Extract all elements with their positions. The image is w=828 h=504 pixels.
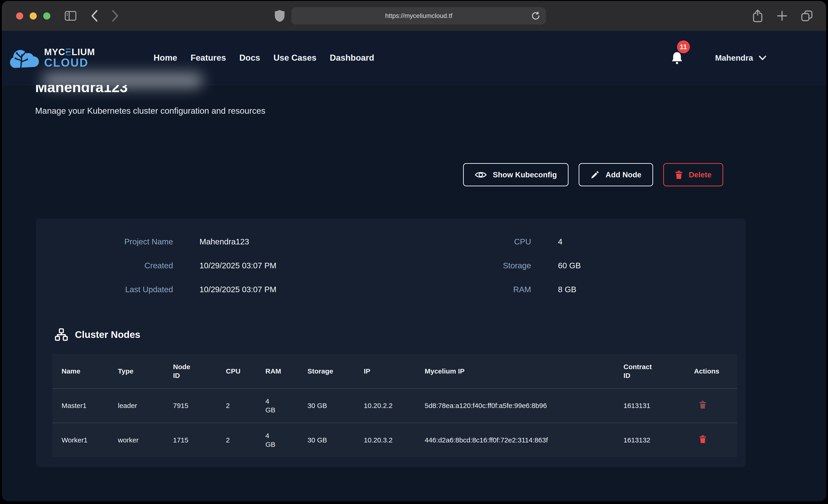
- eye-icon: [475, 171, 487, 179]
- trash-icon: [699, 401, 706, 409]
- info-label: Last Updated: [36, 284, 173, 295]
- url-bar[interactable]: https://myceliumcloud.tf: [291, 7, 546, 25]
- nav-use-cases[interactable]: Use Cases: [274, 53, 317, 63]
- table-header-row: Name Type Node ID CPU RAM Storage IP Myc…: [52, 354, 737, 388]
- info-value: 8 GB: [558, 284, 576, 295]
- delete-node-button[interactable]: [694, 401, 706, 409]
- user-name: Mahendra: [715, 53, 753, 62]
- cell-ram: 4 GB: [256, 388, 298, 423]
- col-cpu: CPU: [217, 354, 256, 388]
- cluster-details-panel: Project Name Mahendra123 Created 10/29/2…: [36, 218, 746, 467]
- cluster-hierarchy-icon: [55, 328, 68, 341]
- info-row-created: Created 10/29/2025 03:07 PM: [36, 260, 390, 271]
- table-row: Master1 leader 7915 2 4 GB 30 GB 10.20.2…: [52, 388, 737, 423]
- col-ip: IP: [355, 354, 415, 388]
- col-mycelium-ip: Mycelium IP: [415, 354, 614, 388]
- show-kubeconfig-label: Show Kubeconfig: [493, 170, 557, 179]
- info-value: 60 GB: [558, 260, 581, 271]
- sidebar-toggle-button[interactable]: [65, 11, 77, 21]
- cluster-info: Project Name Mahendra123 Created 10/29/2…: [36, 237, 746, 295]
- tab-overview-button[interactable]: [801, 10, 813, 22]
- cell-actions: [685, 388, 737, 423]
- add-node-label: Add Node: [606, 170, 641, 179]
- brand-word2: CLOUD: [44, 57, 95, 69]
- site-header: MYCELIUM CLOUD Home Features Docs Use Ca…: [2, 31, 826, 85]
- sidebar-icon: [65, 11, 77, 21]
- cell-contract-id: 1613131: [614, 388, 685, 423]
- cell-node-id: 7915: [164, 388, 217, 423]
- delete-node-button[interactable]: [694, 435, 706, 444]
- nav-features[interactable]: Features: [191, 53, 226, 63]
- col-actions: Actions: [685, 354, 737, 388]
- window-controls: [16, 12, 50, 19]
- show-kubeconfig-button[interactable]: Show Kubeconfig: [463, 163, 569, 186]
- share-icon: [752, 9, 763, 23]
- col-name: Name: [52, 354, 109, 388]
- info-label: CPU: [390, 237, 531, 247]
- cluster-nodes-table: Name Type Node ID CPU RAM Storage IP Myc…: [52, 354, 737, 457]
- nav-docs[interactable]: Docs: [239, 53, 260, 63]
- cell-cpu: 2: [217, 388, 256, 423]
- add-node-button[interactable]: Add Node: [579, 163, 653, 186]
- cell-type: leader: [109, 388, 164, 423]
- delete-label: Delete: [689, 170, 711, 179]
- share-button[interactable]: [752, 9, 763, 23]
- nav-dashboard[interactable]: Dashboard: [330, 53, 374, 63]
- info-value: Mahendra123: [200, 237, 249, 247]
- chevron-left-icon: [90, 10, 98, 22]
- chevron-right-icon: [112, 10, 119, 22]
- bell-icon: [671, 51, 683, 65]
- notification-badge: 11: [677, 40, 690, 53]
- brand-logo[interactable]: MYCELIUM CLOUD: [8, 44, 95, 72]
- cell-mycelium-ip: 5d8:78ea:a120:f40c:ff0f:a5fe:99e6:8b96: [415, 388, 614, 423]
- user-menu[interactable]: Mahendra: [715, 53, 767, 62]
- brand-wordmark: MYCELIUM CLOUD: [44, 47, 95, 69]
- pencil-icon: [590, 170, 599, 179]
- col-type: Type: [109, 354, 164, 388]
- notifications-button[interactable]: 11: [671, 51, 683, 65]
- page-subtitle: Manage your Kubernetes cluster configura…: [35, 106, 793, 116]
- info-value: 4: [558, 237, 562, 247]
- table-row: Worker1 worker 1715 2 4 GB 30 GB 10.20.3…: [52, 423, 737, 457]
- col-ram: RAM: [256, 354, 298, 388]
- cell-ram: 4 GB: [256, 423, 298, 457]
- privacy-shield-icon[interactable]: [275, 9, 285, 22]
- info-row-last-updated: Last Updated 10/29/2025 03:07 PM: [36, 284, 390, 295]
- brand-striped-e: E: [65, 47, 72, 57]
- plus-icon: [777, 10, 788, 22]
- minimize-window-button[interactable]: [30, 12, 37, 19]
- forward-button[interactable]: [112, 10, 119, 22]
- cell-storage: 30 GB: [298, 423, 355, 457]
- cell-type: worker: [109, 423, 164, 457]
- brand-part1: MYC: [44, 47, 65, 57]
- trash-icon: [699, 435, 706, 444]
- cell-ip: 10.20.3.2: [355, 423, 415, 457]
- delete-cluster-button[interactable]: Delete: [663, 163, 723, 186]
- info-value: 10/29/2025 03:07 PM: [200, 284, 277, 295]
- brand-part2: LIUM: [72, 47, 95, 57]
- col-storage: Storage: [298, 354, 355, 388]
- nav-home[interactable]: Home: [154, 53, 177, 63]
- info-row-project-name: Project Name Mahendra123: [36, 237, 390, 247]
- cell-node-id: 1715: [164, 423, 217, 457]
- zoom-window-button[interactable]: [43, 12, 50, 19]
- info-value: 10/29/2025 03:07 PM: [200, 260, 277, 271]
- new-tab-button[interactable]: [777, 10, 788, 22]
- cell-name: Master1: [52, 388, 109, 423]
- info-row-ram: RAM 8 GB: [390, 284, 746, 295]
- info-label: Created: [36, 260, 173, 271]
- cell-storage: 30 GB: [298, 388, 355, 423]
- reload-button[interactable]: [531, 11, 540, 21]
- browser-toolbar: https://myceliumcloud.tf: [2, 1, 826, 31]
- chevron-down-icon: [758, 55, 767, 60]
- cluster-nodes-heading: Cluster Nodes: [55, 328, 746, 341]
- info-label: RAM: [390, 284, 531, 295]
- browser-window: https://myceliumcloud.tf: [2, 1, 826, 501]
- back-button[interactable]: [90, 10, 98, 22]
- trash-icon: [675, 170, 683, 179]
- close-window-button[interactable]: [16, 12, 23, 19]
- cell-ip: 10.20.2.2: [355, 388, 415, 423]
- mycelium-cloud-logo-icon: [8, 44, 40, 72]
- cell-actions: [685, 423, 737, 457]
- info-label: Project Name: [36, 237, 173, 247]
